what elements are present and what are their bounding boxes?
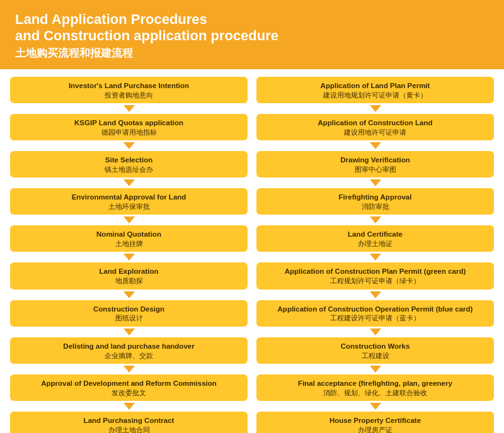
- step-label-zh: 德园申请用地指标: [16, 128, 241, 137]
- step-box: Drawing Verification图审中心审图: [256, 151, 494, 177]
- step-box: Construction Design图纸设计: [10, 300, 248, 327]
- step-label-en: Investor's Land Purchase Intention: [16, 81, 241, 91]
- step-label-zh: 发改委批文: [16, 389, 241, 397]
- step-box: Environmental Approval for Land土地环保审批: [10, 188, 248, 215]
- step-label-zh: 土地挂牌: [16, 240, 241, 248]
- step-label-zh: 工程规划许可证申请（绿卡）: [263, 277, 488, 285]
- step-label-zh: 地质勘探: [16, 277, 241, 285]
- step-label-zh: 消防、规划、绿化、土建联合验收: [263, 389, 488, 397]
- step-wrapper: Approval of Development and Reform Commi…: [10, 374, 248, 412]
- step-label-zh: 土地环保审批: [16, 203, 241, 211]
- down-arrow-icon: [123, 329, 135, 335]
- step-box: House Property Certificate办理房产证: [256, 412, 494, 433]
- step-label-en: Land Exploration: [16, 267, 241, 276]
- down-arrow-icon: [370, 291, 381, 298]
- step-label-en: House Property Certificate: [263, 416, 488, 425]
- down-arrow-icon: [123, 403, 135, 410]
- step-box: Delisting and land purchase handover企业摘牌…: [10, 337, 248, 364]
- step-label-en: Construction Works: [263, 342, 488, 351]
- step-label-zh: 建设用地规划许可证申请（黄卡）: [263, 91, 488, 99]
- step-box: Application of Construction Operation Pe…: [256, 300, 494, 327]
- down-arrow-icon: [370, 105, 381, 112]
- down-arrow-icon: [370, 254, 381, 261]
- step-label-en: Nominal Quotation: [16, 230, 241, 239]
- step-wrapper: Final acceptance (firefighting, plan, gr…: [256, 374, 494, 412]
- step-box: Land Exploration地质勘探: [10, 262, 248, 289]
- step-wrapper: House Property Certificate办理房产证: [256, 412, 494, 433]
- step-label-en: Application of Construction Plan Permit …: [263, 267, 488, 276]
- down-arrow-icon: [123, 254, 135, 261]
- step-wrapper: Application of Construction Land建设用地许可证申…: [256, 114, 494, 151]
- step-wrapper: Application of Construction Operation Pe…: [256, 300, 494, 337]
- step-label-en: Land Certificate: [263, 230, 488, 239]
- step-box: Application of Construction Land建设用地许可证申…: [256, 114, 494, 140]
- step-wrapper: Investor's Land Purchase Intention投资者购地意…: [10, 77, 248, 114]
- step-box: KSGIP Land Quotas application德园申请用地指标: [10, 114, 248, 140]
- down-arrow-icon: [370, 216, 381, 223]
- down-arrow-icon: [123, 142, 135, 149]
- step-box: Approval of Development and Reform Commi…: [10, 374, 248, 401]
- down-arrow-icon: [370, 403, 381, 410]
- step-label-en: Site Selection: [16, 155, 241, 165]
- step-label-zh: 图纸设计: [16, 314, 241, 322]
- step-box: Nominal Quotation土地挂牌: [10, 225, 248, 252]
- step-box: Land Certificate办理土地证: [256, 225, 494, 252]
- right-column: Application of Land Plan Permit建设用地规划许可证…: [256, 77, 494, 433]
- step-label-zh: 投资者购地意向: [16, 91, 241, 99]
- step-label-zh: 消防审批: [263, 203, 488, 211]
- step-wrapper: Land Purchasing Contract办理土地合同: [10, 412, 248, 433]
- main-content: Investor's Land Purchase Intention投资者购地意…: [0, 69, 504, 433]
- down-arrow-icon: [123, 216, 135, 223]
- step-label-en: Application of Construction Land: [263, 118, 488, 128]
- step-label-zh: 工程建设: [263, 352, 488, 360]
- down-arrow-icon: [370, 366, 381, 373]
- step-box: Construction Works工程建设: [256, 337, 494, 364]
- down-arrow-icon: [370, 142, 381, 149]
- step-label-zh: 工程建设许可证申请（蓝卡）: [263, 314, 488, 322]
- step-wrapper: Delisting and land purchase handover企业摘牌…: [10, 337, 248, 374]
- step-wrapper: Firefighting Approval消防审批: [256, 188, 494, 225]
- step-label-en: Approval of Development and Reform Commi…: [16, 379, 241, 388]
- step-label-zh: 办理土地证: [263, 240, 488, 248]
- step-label-en: Land Purchasing Contract: [16, 416, 241, 425]
- down-arrow-icon: [370, 329, 381, 335]
- down-arrow-icon: [123, 179, 135, 186]
- step-label-en: Application of Land Plan Permit: [263, 81, 488, 91]
- step-box: Site Selection镇土地选址会办: [10, 151, 248, 177]
- step-box: Application of Construction Plan Permit …: [256, 262, 494, 289]
- step-wrapper: Site Selection镇土地选址会办: [10, 151, 248, 188]
- step-wrapper: Construction Works工程建设: [256, 337, 494, 374]
- step-label-en: Firefighting Approval: [263, 193, 488, 202]
- step-wrapper: Land Exploration地质勘探: [10, 262, 248, 300]
- step-label-en: Delisting and land purchase handover: [16, 342, 241, 351]
- header-title-en: Land Application Procedures and Construc…: [15, 11, 489, 45]
- down-arrow-icon: [123, 105, 135, 112]
- left-column: Investor's Land Purchase Intention投资者购地意…: [10, 77, 248, 433]
- header-title-zh: 土地购买流程和报建流程: [15, 46, 489, 60]
- step-label-en: Construction Design: [16, 305, 241, 314]
- step-label-zh: 办理土地合同: [16, 426, 241, 433]
- step-label-zh: 建设用地许可证申请: [263, 128, 488, 137]
- step-box: Investor's Land Purchase Intention投资者购地意…: [10, 77, 248, 103]
- step-wrapper: Construction Design图纸设计: [10, 300, 248, 337]
- step-box: Application of Land Plan Permit建设用地规划许可证…: [256, 77, 494, 103]
- step-label-en: KSGIP Land Quotas application: [16, 118, 241, 128]
- down-arrow-icon: [370, 179, 381, 186]
- step-wrapper: Application of Land Plan Permit建设用地规划许可证…: [256, 77, 494, 114]
- step-wrapper: KSGIP Land Quotas application德园申请用地指标: [10, 114, 248, 151]
- step-label-en: Final acceptance (firefighting, plan, gr…: [263, 379, 488, 388]
- step-box: Final acceptance (firefighting, plan, gr…: [256, 374, 494, 401]
- step-wrapper: Land Certificate办理土地证: [256, 225, 494, 262]
- down-arrow-icon: [123, 291, 135, 298]
- step-wrapper: Environmental Approval for Land土地环保审批: [10, 188, 248, 225]
- step-box: Firefighting Approval消防审批: [256, 188, 494, 215]
- step-label-zh: 图审中心审图: [263, 166, 488, 174]
- step-wrapper: Application of Construction Plan Permit …: [256, 262, 494, 300]
- down-arrow-icon: [123, 366, 135, 373]
- step-label-en: Drawing Verification: [263, 155, 488, 165]
- step-label-en: Environmental Approval for Land: [16, 193, 241, 202]
- step-label-en: Application of Construction Operation Pe…: [263, 305, 488, 314]
- step-wrapper: Drawing Verification图审中心审图: [256, 151, 494, 188]
- step-label-zh: 企业摘牌、交款: [16, 352, 241, 360]
- step-wrapper: Nominal Quotation土地挂牌: [10, 225, 248, 262]
